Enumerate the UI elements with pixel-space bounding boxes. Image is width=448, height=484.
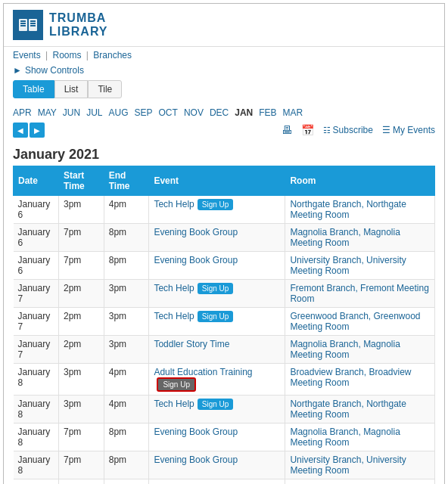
nav-links: Events | Rooms | Branches [4,47,444,64]
nav-sep1: | [45,50,48,60]
prev-button[interactable]: ◀ [13,123,28,138]
month-jan[interactable]: JAN [235,107,253,118]
month-feb[interactable]: FEB [259,107,276,118]
section-title: January 2021 [4,141,444,166]
cell-room: Magnolia Branch, Magnolia Meeting Room [285,224,435,252]
next-button[interactable]: ▶ [30,123,45,138]
nav-rooms[interactable]: Rooms [53,50,82,60]
cell-room: University Branch, University Meeting Ro… [285,252,435,280]
table-row: January 67pm8pmEvening Book GroupMagnoli… [14,224,435,252]
cell-end: 3pm [104,308,149,336]
print-icon[interactable]: 🖶 [282,124,292,136]
cell-room: Broadview Branch, Broadview Meeting Room [285,479,435,485]
cell-event: Family Story Time [149,479,285,485]
month-oct[interactable]: OCT [159,107,178,118]
cell-room: Magnolia Branch, Magnolia Meeting Room [285,424,435,451]
cell-room: Fremont Branch, Fremont Meeting Room [285,280,435,308]
event-link[interactable]: Evening Book Group [154,227,238,237]
events-table: Date Start Time End Time Event Room Janu… [13,166,435,484]
logo-line1: TRUMBA [49,11,108,25]
my-events-label: My Events [393,125,435,135]
nav-events[interactable]: Events [13,50,41,60]
table-row: January 87pm8pmEvening Book GroupUnivers… [14,451,435,479]
cell-event: Toddler Story Time [149,336,285,364]
event-link[interactable]: Evening Book Group [154,455,238,465]
event-link[interactable]: Evening Book Group [154,427,238,437]
signup-button[interactable]: Sign Up [198,311,234,322]
cell-start: 3pm [59,196,104,224]
col-header-end: End Time [104,166,149,196]
subscribe-label: Subscribe [333,125,373,135]
month-apr[interactable]: APR [13,107,32,118]
cell-start: 2pm [59,336,104,364]
cell-event: Adult Education TrainingSign Up [149,364,285,396]
tab-list[interactable]: List [54,80,89,98]
cell-start: 2pm [59,308,104,336]
event-link[interactable]: Tech Help [154,283,194,293]
cell-start: 2pm [59,280,104,308]
cell-end: 8pm [104,451,149,479]
tab-table[interactable]: Table [13,80,54,98]
cell-event: Tech HelpSign Up [149,280,285,308]
room-link[interactable]: Northgate Branch, Northgate Meeting Room [290,199,406,220]
month-may[interactable]: MAY [38,107,57,118]
table-row: January 910:30am11:30amFamily Story Time… [14,479,435,485]
my-events-button[interactable]: ☰ My Events [382,125,435,135]
room-link[interactable]: Broadview Branch, Broadview Meeting Room [290,367,411,388]
room-link[interactable]: Fremont Branch, Fremont Meeting Room [290,283,428,304]
room-link[interactable]: Magnolia Branch, Magnolia Meeting Room [290,339,400,360]
cell-event: Evening Book Group [149,252,285,280]
month-sep[interactable]: SEP [135,107,153,118]
room-link[interactable]: University Branch, University Meeting Ro… [290,455,406,476]
room-link[interactable]: University Branch, University Meeting Ro… [290,255,406,276]
cell-end: 3pm [104,336,149,364]
event-link[interactable]: Tech Help [154,199,194,209]
event-link[interactable]: Toddler Story Time [154,339,229,349]
subscribe-button[interactable]: ☷ Subscribe [323,125,373,135]
signup-button[interactable]: Sign Up [198,399,234,410]
signup-button[interactable]: Sign Up [198,283,234,294]
cell-event: Tech HelpSign Up [149,196,285,224]
cell-date: January 7 [14,308,59,336]
tab-tile[interactable]: Tile [88,80,122,98]
svg-rect-3 [20,20,26,22]
cell-date: January 8 [14,451,59,479]
room-link[interactable]: Magnolia Branch, Magnolia Meeting Room [290,227,400,248]
cell-event: Evening Book Group [149,424,285,451]
cell-end: 8pm [104,424,149,451]
month-dec[interactable]: DEC [210,107,229,118]
event-link[interactable]: Adult Education Training [154,367,252,377]
cell-room: Northgate Branch, Northgate Meeting Room [285,396,435,424]
show-controls[interactable]: ► Show Controls [4,64,444,77]
logo-icon [13,10,43,40]
month-jul[interactable]: JUL [86,107,102,118]
event-link[interactable]: Evening Book Group [154,255,238,265]
cell-end: 11:30am [104,479,149,485]
table-row: January 87pm8pmEvening Book GroupMagnoli… [14,424,435,451]
month-mar[interactable]: MAR [283,107,303,118]
signup-button[interactable]: Sign Up [157,377,196,392]
logo-line2: LIBRARY [49,25,108,39]
month-nov[interactable]: NOV [184,107,204,118]
calendar-icon[interactable]: 📅 [301,124,314,136]
event-link[interactable]: Tech Help [154,311,194,321]
cell-room: University Branch, University Meeting Ro… [285,451,435,479]
arrow-buttons: ◀ ▶ [13,123,45,138]
arrow-icon: ► [13,65,22,76]
month-aug[interactable]: AUG [109,107,129,118]
cell-date: January 8 [14,424,59,451]
signup-button[interactable]: Sign Up [198,199,234,210]
col-header-room: Room [285,166,435,196]
nav-branches[interactable]: Branches [93,50,132,60]
table-row: January 83pm4pmTech HelpSign UpNorthgate… [14,396,435,424]
header: TRUMBA LIBRARY [4,4,444,47]
cell-start: 3pm [59,396,104,424]
table-row: January 72pm3pmToddler Story TimeMagnoli… [14,336,435,364]
table-row: January 67pm8pmEvening Book GroupUnivers… [14,252,435,280]
cell-event: Tech HelpSign Up [149,308,285,336]
room-link[interactable]: Greenwood Branch, Greenwood Meeting Room [290,311,420,332]
month-jun[interactable]: JUN [63,107,80,118]
room-link[interactable]: Northgate Branch, Northgate Meeting Room [290,399,406,420]
event-link[interactable]: Tech Help [154,399,194,409]
room-link[interactable]: Magnolia Branch, Magnolia Meeting Room [290,427,400,448]
